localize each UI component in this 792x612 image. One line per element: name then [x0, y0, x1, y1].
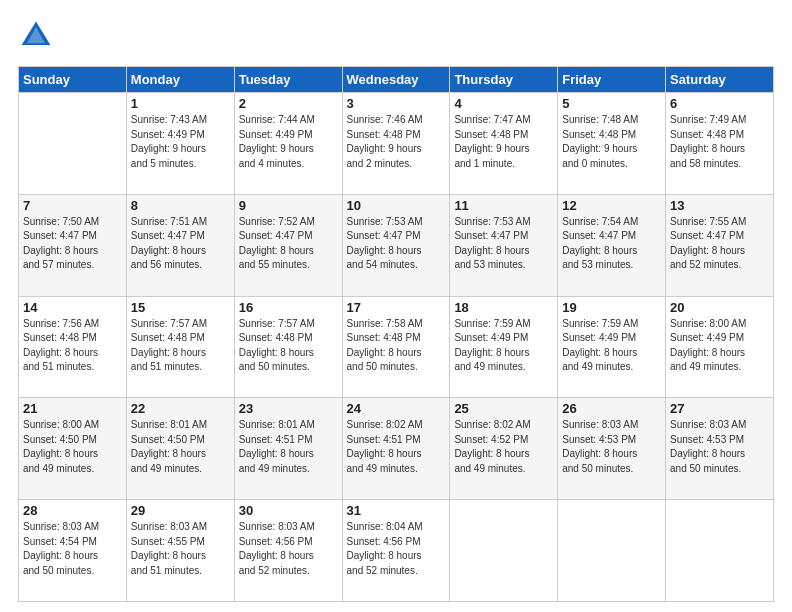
- day-info: Sunrise: 7:52 AM Sunset: 4:47 PM Dayligh…: [239, 215, 338, 273]
- table-row: 20Sunrise: 8:00 AM Sunset: 4:49 PM Dayli…: [666, 296, 774, 398]
- col-tuesday: Tuesday: [234, 67, 342, 93]
- day-info: Sunrise: 8:02 AM Sunset: 4:52 PM Dayligh…: [454, 418, 553, 476]
- day-number: 15: [131, 300, 230, 315]
- table-row: 24Sunrise: 8:02 AM Sunset: 4:51 PM Dayli…: [342, 398, 450, 500]
- day-info: Sunrise: 7:56 AM Sunset: 4:48 PM Dayligh…: [23, 317, 122, 375]
- day-number: 30: [239, 503, 338, 518]
- day-number: 2: [239, 96, 338, 111]
- table-row: 16Sunrise: 7:57 AM Sunset: 4:48 PM Dayli…: [234, 296, 342, 398]
- calendar-week-row: 21Sunrise: 8:00 AM Sunset: 4:50 PM Dayli…: [19, 398, 774, 500]
- table-row: 15Sunrise: 7:57 AM Sunset: 4:48 PM Dayli…: [126, 296, 234, 398]
- table-row: [666, 500, 774, 602]
- col-wednesday: Wednesday: [342, 67, 450, 93]
- calendar-week-row: 7Sunrise: 7:50 AM Sunset: 4:47 PM Daylig…: [19, 194, 774, 296]
- table-row: 19Sunrise: 7:59 AM Sunset: 4:49 PM Dayli…: [558, 296, 666, 398]
- day-info: Sunrise: 7:54 AM Sunset: 4:47 PM Dayligh…: [562, 215, 661, 273]
- day-number: 18: [454, 300, 553, 315]
- day-info: Sunrise: 7:43 AM Sunset: 4:49 PM Dayligh…: [131, 113, 230, 171]
- day-info: Sunrise: 8:03 AM Sunset: 4:56 PM Dayligh…: [239, 520, 338, 578]
- col-saturday: Saturday: [666, 67, 774, 93]
- col-sunday: Sunday: [19, 67, 127, 93]
- table-row: 21Sunrise: 8:00 AM Sunset: 4:50 PM Dayli…: [19, 398, 127, 500]
- logo: [18, 18, 60, 54]
- day-number: 1: [131, 96, 230, 111]
- day-info: Sunrise: 7:57 AM Sunset: 4:48 PM Dayligh…: [239, 317, 338, 375]
- day-number: 13: [670, 198, 769, 213]
- day-info: Sunrise: 7:57 AM Sunset: 4:48 PM Dayligh…: [131, 317, 230, 375]
- day-number: 9: [239, 198, 338, 213]
- day-info: Sunrise: 8:01 AM Sunset: 4:50 PM Dayligh…: [131, 418, 230, 476]
- day-number: 20: [670, 300, 769, 315]
- day-info: Sunrise: 8:03 AM Sunset: 4:54 PM Dayligh…: [23, 520, 122, 578]
- day-number: 10: [347, 198, 446, 213]
- day-info: Sunrise: 8:03 AM Sunset: 4:53 PM Dayligh…: [670, 418, 769, 476]
- day-info: Sunrise: 7:47 AM Sunset: 4:48 PM Dayligh…: [454, 113, 553, 171]
- day-info: Sunrise: 7:51 AM Sunset: 4:47 PM Dayligh…: [131, 215, 230, 273]
- calendar-week-row: 1Sunrise: 7:43 AM Sunset: 4:49 PM Daylig…: [19, 93, 774, 195]
- day-number: 12: [562, 198, 661, 213]
- day-info: Sunrise: 7:58 AM Sunset: 4:48 PM Dayligh…: [347, 317, 446, 375]
- day-number: 8: [131, 198, 230, 213]
- table-row: 1Sunrise: 7:43 AM Sunset: 4:49 PM Daylig…: [126, 93, 234, 195]
- table-row: 12Sunrise: 7:54 AM Sunset: 4:47 PM Dayli…: [558, 194, 666, 296]
- table-row: 4Sunrise: 7:47 AM Sunset: 4:48 PM Daylig…: [450, 93, 558, 195]
- day-number: 3: [347, 96, 446, 111]
- day-number: 17: [347, 300, 446, 315]
- day-number: 22: [131, 401, 230, 416]
- day-info: Sunrise: 8:02 AM Sunset: 4:51 PM Dayligh…: [347, 418, 446, 476]
- col-monday: Monday: [126, 67, 234, 93]
- table-row: 30Sunrise: 8:03 AM Sunset: 4:56 PM Dayli…: [234, 500, 342, 602]
- day-info: Sunrise: 8:01 AM Sunset: 4:51 PM Dayligh…: [239, 418, 338, 476]
- day-info: Sunrise: 8:04 AM Sunset: 4:56 PM Dayligh…: [347, 520, 446, 578]
- table-row: 2Sunrise: 7:44 AM Sunset: 4:49 PM Daylig…: [234, 93, 342, 195]
- day-info: Sunrise: 8:00 AM Sunset: 4:50 PM Dayligh…: [23, 418, 122, 476]
- day-number: 11: [454, 198, 553, 213]
- calendar-header-row: Sunday Monday Tuesday Wednesday Thursday…: [19, 67, 774, 93]
- table-row: [19, 93, 127, 195]
- day-number: 7: [23, 198, 122, 213]
- table-row: 18Sunrise: 7:59 AM Sunset: 4:49 PM Dayli…: [450, 296, 558, 398]
- table-row: 25Sunrise: 8:02 AM Sunset: 4:52 PM Dayli…: [450, 398, 558, 500]
- table-row: 9Sunrise: 7:52 AM Sunset: 4:47 PM Daylig…: [234, 194, 342, 296]
- table-row: 7Sunrise: 7:50 AM Sunset: 4:47 PM Daylig…: [19, 194, 127, 296]
- day-info: Sunrise: 7:59 AM Sunset: 4:49 PM Dayligh…: [454, 317, 553, 375]
- day-info: Sunrise: 7:48 AM Sunset: 4:48 PM Dayligh…: [562, 113, 661, 171]
- day-info: Sunrise: 7:46 AM Sunset: 4:48 PM Dayligh…: [347, 113, 446, 171]
- day-info: Sunrise: 7:53 AM Sunset: 4:47 PM Dayligh…: [347, 215, 446, 273]
- table-row: 23Sunrise: 8:01 AM Sunset: 4:51 PM Dayli…: [234, 398, 342, 500]
- day-info: Sunrise: 8:03 AM Sunset: 4:53 PM Dayligh…: [562, 418, 661, 476]
- day-info: Sunrise: 8:03 AM Sunset: 4:55 PM Dayligh…: [131, 520, 230, 578]
- day-number: 25: [454, 401, 553, 416]
- day-number: 6: [670, 96, 769, 111]
- logo-icon: [18, 18, 54, 54]
- table-row: 8Sunrise: 7:51 AM Sunset: 4:47 PM Daylig…: [126, 194, 234, 296]
- day-number: 24: [347, 401, 446, 416]
- table-row: 13Sunrise: 7:55 AM Sunset: 4:47 PM Dayli…: [666, 194, 774, 296]
- page: Sunday Monday Tuesday Wednesday Thursday…: [0, 0, 792, 612]
- day-info: Sunrise: 7:59 AM Sunset: 4:49 PM Dayligh…: [562, 317, 661, 375]
- table-row: 11Sunrise: 7:53 AM Sunset: 4:47 PM Dayli…: [450, 194, 558, 296]
- calendar-week-row: 14Sunrise: 7:56 AM Sunset: 4:48 PM Dayli…: [19, 296, 774, 398]
- day-number: 4: [454, 96, 553, 111]
- table-row: 5Sunrise: 7:48 AM Sunset: 4:48 PM Daylig…: [558, 93, 666, 195]
- header: [18, 18, 774, 54]
- table-row: 29Sunrise: 8:03 AM Sunset: 4:55 PM Dayli…: [126, 500, 234, 602]
- day-info: Sunrise: 7:50 AM Sunset: 4:47 PM Dayligh…: [23, 215, 122, 273]
- table-row: [450, 500, 558, 602]
- day-info: Sunrise: 7:55 AM Sunset: 4:47 PM Dayligh…: [670, 215, 769, 273]
- table-row: 26Sunrise: 8:03 AM Sunset: 4:53 PM Dayli…: [558, 398, 666, 500]
- table-row: 14Sunrise: 7:56 AM Sunset: 4:48 PM Dayli…: [19, 296, 127, 398]
- day-number: 29: [131, 503, 230, 518]
- day-info: Sunrise: 7:53 AM Sunset: 4:47 PM Dayligh…: [454, 215, 553, 273]
- table-row: 6Sunrise: 7:49 AM Sunset: 4:48 PM Daylig…: [666, 93, 774, 195]
- day-info: Sunrise: 7:49 AM Sunset: 4:48 PM Dayligh…: [670, 113, 769, 171]
- table-row: 17Sunrise: 7:58 AM Sunset: 4:48 PM Dayli…: [342, 296, 450, 398]
- calendar-week-row: 28Sunrise: 8:03 AM Sunset: 4:54 PM Dayli…: [19, 500, 774, 602]
- table-row: 31Sunrise: 8:04 AM Sunset: 4:56 PM Dayli…: [342, 500, 450, 602]
- table-row: 3Sunrise: 7:46 AM Sunset: 4:48 PM Daylig…: [342, 93, 450, 195]
- day-info: Sunrise: 8:00 AM Sunset: 4:49 PM Dayligh…: [670, 317, 769, 375]
- day-number: 26: [562, 401, 661, 416]
- day-number: 19: [562, 300, 661, 315]
- col-thursday: Thursday: [450, 67, 558, 93]
- day-number: 14: [23, 300, 122, 315]
